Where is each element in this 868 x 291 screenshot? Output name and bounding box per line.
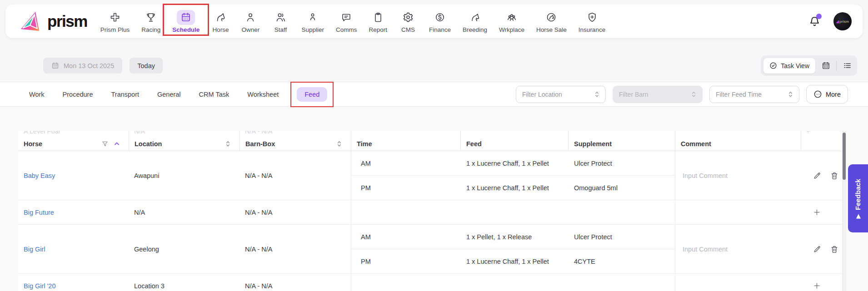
delete-comment-button[interactable] (830, 245, 838, 253)
nav-item-finance[interactable]: Finance (423, 10, 457, 33)
annotation-box-feed (290, 82, 334, 107)
nav-item-wrkplace[interactable]: Wrkplace (493, 10, 530, 33)
chevron-up-down-icon (691, 90, 696, 99)
column-header-location[interactable]: Location (129, 131, 239, 151)
feedback-label: Feedback (854, 178, 862, 210)
edit-comment-button[interactable] (813, 172, 821, 180)
add-comment-button[interactable] (813, 208, 821, 216)
sort-icon[interactable] (337, 139, 342, 148)
feedback-button[interactable]: ▶ Feedback (848, 164, 868, 232)
nav-item-insurance[interactable]: Insurance (573, 10, 611, 33)
pencil-icon (813, 172, 821, 180)
nav-item-breeding[interactable]: Breeding (457, 10, 493, 33)
plus-icon (813, 282, 821, 290)
horse-icon (211, 10, 229, 25)
calendar-small-icon (51, 62, 59, 69)
list-view-button[interactable] (840, 59, 854, 73)
tab-worksheet[interactable]: Worksheet (247, 91, 279, 98)
scrollbar-thumb[interactable] (843, 133, 846, 180)
time-cell: AM (351, 225, 461, 249)
filter-barn-select[interactable]: Filter Barn (613, 86, 703, 103)
brand-logo[interactable]: prism (20, 10, 87, 33)
horse-link[interactable]: Baby Easy (24, 172, 55, 179)
pencil-icon (813, 245, 821, 253)
tab-transport[interactable]: Transport (111, 91, 139, 98)
comment-cell[interactable]: Input Comment (675, 151, 801, 200)
nav-item-comms[interactable]: Comms (330, 10, 363, 33)
nav-item-racing[interactable]: Racing (135, 10, 166, 33)
nav-item-owner[interactable]: Owner (235, 10, 265, 33)
column-header-barn-box[interactable]: Barn-Box (239, 131, 351, 151)
tab-general[interactable]: General (157, 91, 181, 98)
task-view-button[interactable]: Task View (763, 58, 815, 74)
column-header-time[interactable]: Time (351, 131, 460, 151)
horse-link[interactable]: Big Girl '20 (24, 282, 55, 290)
horse-link[interactable]: Big Future (24, 209, 54, 216)
nav-item-report[interactable]: Report (363, 10, 393, 33)
nav-item-supplier[interactable]: Supplier (295, 10, 330, 33)
people-group-icon (503, 10, 521, 25)
funnel-icon[interactable] (101, 140, 109, 148)
feed-cell: 1 x Lucerne Chaff, 1 x Pellet (461, 249, 569, 273)
add-comment-button[interactable] (813, 282, 821, 290)
feed-group: AM 1 x Pellet, 1 x Release Ulcer Protect… (351, 225, 675, 273)
feed-time-sub-row: AM 1 x Lucerne Chaff, 1 x Pellet Ulcer P… (351, 151, 675, 175)
comment-placeholder: Input Comment (683, 172, 728, 179)
feedback-arrow-icon: ▶ (855, 214, 861, 218)
notification-bell-button[interactable] (808, 15, 821, 28)
caret-up-icon[interactable] (114, 142, 120, 146)
horse-cell: Baby Easy (18, 151, 129, 200)
calendar-icon (177, 10, 195, 25)
nav-item-horse[interactable]: Horse (205, 10, 235, 33)
schedule-tabs-row: WorkProcedureTransportGeneralCRM TaskWor… (0, 82, 868, 107)
tab-feed[interactable]: Feed (297, 87, 327, 102)
gear-icon (399, 10, 417, 25)
app-header: prism Prism PlusRacingScheduleHorseOwner… (5, 5, 863, 38)
nav-item-prism-plus[interactable]: Prism Plus (95, 10, 136, 33)
column-header-horse[interactable]: Horse (18, 131, 129, 151)
people-icon (271, 10, 289, 25)
nav-item-cms[interactable]: CMS (393, 10, 423, 33)
edit-comment-button[interactable] (813, 245, 821, 253)
comment-placeholder: Input Comment (683, 246, 728, 253)
nav-item-staff[interactable]: Staff (265, 10, 295, 33)
delete-comment-button[interactable] (830, 172, 838, 180)
tab-procedure[interactable]: Procedure (63, 91, 93, 98)
horse-cell: Big Girl (18, 225, 129, 273)
supplement-cell: Ulcer Protect (569, 225, 675, 249)
comment-cell[interactable] (675, 274, 801, 291)
schedule-tabs: WorkProcedureTransportGeneralCRM TaskWor… (29, 87, 327, 102)
filter-location-select[interactable]: Filter Location (516, 86, 606, 103)
plus-icon (813, 208, 821, 216)
filter-feed-time-select[interactable]: Filter Feed Time (709, 86, 799, 103)
vertical-scrollbar[interactable] (842, 131, 846, 291)
column-header-supplement[interactable]: Supplement (568, 131, 675, 151)
supplement-cell: Ulcer Protect (569, 151, 675, 175)
tab-crm-task[interactable]: CRM Task (199, 91, 229, 98)
nav-item-schedule[interactable]: Schedule (166, 10, 205, 33)
calendar-view-icon (822, 61, 830, 70)
more-button[interactable]: More (806, 85, 848, 104)
comment-cell[interactable] (675, 200, 801, 224)
comment-cell[interactable]: Input Comment (675, 225, 801, 273)
horse-link[interactable]: Big Girl (24, 246, 45, 253)
today-button[interactable]: Today (130, 58, 163, 74)
location-cell: Awapuni (129, 151, 239, 200)
date-label: Mon 13 Oct 2025 (64, 62, 114, 69)
sort-icon[interactable] (225, 139, 230, 148)
feed-group (351, 200, 675, 224)
calendar-view-button[interactable] (818, 59, 833, 73)
row-actions (801, 151, 842, 200)
plus-icon (106, 10, 124, 25)
user-avatar[interactable]: ◢prism (833, 12, 852, 30)
brand-name: prism (47, 12, 87, 30)
nav-item-horse-sale[interactable]: Horse Sale (530, 10, 573, 33)
tab-work[interactable]: Work (29, 91, 45, 98)
column-header-feed[interactable]: Feed (460, 131, 568, 151)
column-header-comment[interactable]: Comment (675, 131, 801, 151)
date-picker-button[interactable]: Mon 13 Oct 2025 (43, 58, 122, 74)
feed-group (351, 274, 675, 291)
chevron-up-down-icon (594, 90, 599, 99)
feed-cell: 1 x Pellet, 1 x Release (461, 225, 569, 249)
table-row-big-girl-20: Big Girl '20 Location 3 N/A - N/A (18, 274, 842, 291)
